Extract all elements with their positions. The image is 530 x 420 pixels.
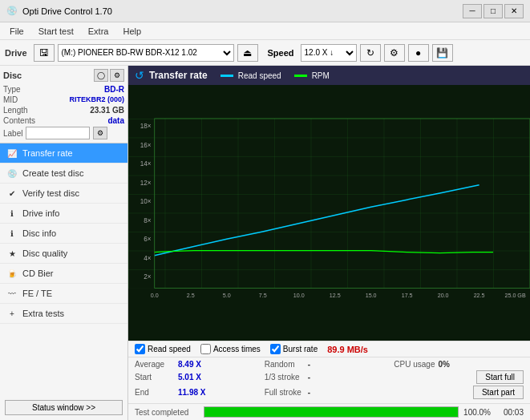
- menu-help[interactable]: Help: [116, 25, 148, 38]
- nav-verify-test-disc[interactable]: ✔ Verify test disc: [0, 184, 127, 204]
- random-value: -: [308, 360, 310, 369]
- refresh-button[interactable]: ↻: [360, 44, 381, 62]
- access-times-checkbox-label: Access times: [213, 345, 261, 353]
- svg-text:12×: 12×: [140, 180, 152, 187]
- title-bar: 💿 Opti Drive Control 1.70 ─ □ ✕: [0, 0, 530, 22]
- burst-rate-checkbox[interactable]: Burst rate: [270, 344, 318, 354]
- close-button[interactable]: ✕: [504, 4, 524, 18]
- progress-time: 00:03: [496, 408, 524, 417]
- fe-te-icon: 〰: [6, 288, 18, 299]
- maximize-button[interactable]: □: [483, 4, 503, 18]
- save-button[interactable]: 💾: [432, 44, 453, 62]
- start-stat-label: Start: [135, 373, 175, 382]
- cpu-usage-label: CPU usage: [394, 360, 435, 369]
- menu-extra[interactable]: Extra: [82, 25, 115, 38]
- stroke-1-3-label: 1/3 stroke: [265, 373, 305, 382]
- progress-bar: [204, 406, 459, 418]
- svg-text:15.0: 15.0: [366, 293, 377, 299]
- nav-fe-te-label: FE / TE: [22, 289, 52, 298]
- window-controls: ─ □ ✕: [463, 4, 524, 18]
- svg-text:10.0: 10.0: [293, 293, 305, 299]
- nav-create-test-disc[interactable]: 💿 Create test disc: [0, 164, 127, 184]
- svg-text:12.5: 12.5: [330, 293, 341, 299]
- nav-transfer-rate[interactable]: 📈 Transfer rate: [0, 143, 127, 164]
- label-label: Label: [3, 129, 22, 138]
- burst-rate-checkbox-label: Burst rate: [283, 345, 318, 353]
- nav-disc-info[interactable]: ℹ Disc info: [0, 224, 127, 244]
- chart-header: ↺ Transfer rate Read speed RPM: [128, 66, 530, 85]
- label-icon-btn[interactable]: ⚙: [93, 127, 107, 139]
- contents-label: Contents: [3, 116, 35, 125]
- menu-file[interactable]: File: [3, 25, 30, 38]
- type-value: BD-R: [104, 85, 124, 94]
- stats-bar: Average 8.49 X Random - CPU usage 0% Sta…: [128, 357, 530, 403]
- verify-disc-icon: ✔: [6, 188, 18, 199]
- label-input[interactable]: [26, 127, 90, 139]
- start-full-button[interactable]: Start full: [476, 370, 524, 384]
- svg-text:10×: 10×: [140, 198, 152, 205]
- nav-disc-quality-label: Disc quality: [22, 248, 67, 258]
- end-value: 11.98 X: [178, 388, 205, 397]
- menu-bar: File Start test Extra Help: [0, 22, 530, 40]
- contents-value: data: [107, 116, 124, 125]
- drive-select[interactable]: (M:) PIONEER BD-RW BDR-X12 1.02: [58, 44, 234, 62]
- speed-label: Speed: [268, 48, 294, 58]
- nav-disc-quality[interactable]: ★ Disc quality: [0, 244, 127, 264]
- disc-info-icon: ℹ: [6, 228, 18, 239]
- average-label: Average: [135, 360, 175, 369]
- cpu-usage-value: 0%: [438, 360, 449, 369]
- main-panel: ↺ Transfer rate Read speed RPM: [128, 66, 530, 420]
- disc-icon-btn2[interactable]: ⚙: [110, 69, 124, 82]
- config-button[interactable]: ⚙: [384, 44, 405, 62]
- nav-extra-tests[interactable]: + Extra tests: [0, 304, 127, 324]
- nav-disc-info-label: Disc info: [22, 228, 56, 238]
- start-stat-value: 5.01 X: [178, 373, 201, 382]
- status-window-button[interactable]: Status window >>: [5, 400, 123, 415]
- svg-text:16×: 16×: [140, 142, 152, 149]
- progress-percent: 100.0%: [463, 408, 491, 417]
- disc-icon-btn1[interactable]: ◯: [94, 69, 108, 82]
- progress-bar-fill: [204, 407, 458, 417]
- drive-info-icon: ℹ: [6, 208, 18, 219]
- start-part-button[interactable]: Start part: [473, 386, 524, 399]
- svg-text:4×: 4×: [144, 255, 152, 262]
- transfer-rate-chart: 18× 16× 14× 12× 10× 8× 6× 4× 2× 0.0 2.5 …: [128, 85, 530, 341]
- minimize-button[interactable]: ─: [463, 4, 482, 18]
- stroke-1-3-value: -: [308, 373, 310, 382]
- drive-icon-button[interactable]: 🖫: [34, 44, 55, 62]
- svg-text:14×: 14×: [140, 160, 152, 168]
- disc-section: Disc ◯ ⚙ Type BD-R MID RITEKBR2 (000) Le…: [0, 66, 127, 143]
- disc-quality-icon: ★: [6, 248, 18, 259]
- svg-text:17.5: 17.5: [402, 293, 413, 299]
- extra-tests-icon: +: [6, 308, 18, 319]
- chart-wrapper: 18× 16× 14× 12× 10× 8× 6× 4× 2× 0.0 2.5 …: [128, 85, 530, 341]
- nav-drive-info-label: Drive info: [22, 208, 59, 218]
- length-value: 23.31 GB: [90, 106, 124, 115]
- nav-menu: 📈 Transfer rate 💿 Create test disc ✔ Ver…: [0, 143, 127, 324]
- svg-rect-3: [128, 119, 530, 289]
- nav-cd-bier[interactable]: 🍺 CD Bier: [0, 264, 127, 284]
- nav-drive-info[interactable]: ℹ Drive info: [0, 204, 127, 224]
- svg-text:0.0: 0.0: [151, 293, 159, 299]
- nav-fe-te[interactable]: 〰 FE / TE: [0, 284, 127, 304]
- access-times-checkbox[interactable]: Access times: [200, 344, 261, 354]
- status-text: Test completed: [135, 408, 199, 417]
- svg-text:20.0: 20.0: [438, 293, 449, 299]
- svg-text:8×: 8×: [144, 217, 152, 224]
- eject-button[interactable]: ⏏: [237, 44, 258, 62]
- svg-text:18×: 18×: [140, 123, 152, 130]
- average-value: 8.49 X: [178, 360, 201, 369]
- transfer-rate-icon: 📈: [6, 147, 18, 159]
- app-title: Opti Drive Control 1.70: [22, 6, 112, 16]
- app-icon: 💿: [6, 6, 18, 16]
- disc-section-title: Disc: [3, 71, 22, 80]
- menu-start-test[interactable]: Start test: [32, 25, 80, 38]
- random-label: Random: [265, 360, 305, 369]
- read-speed-checkbox[interactable]: Read speed: [135, 344, 191, 354]
- svg-text:5.0: 5.0: [223, 293, 231, 299]
- nav-cd-bier-label: CD Bier: [22, 269, 54, 278]
- speed-select[interactable]: 12.0 X ↓: [301, 44, 357, 62]
- nav-transfer-rate-label: Transfer rate: [22, 148, 73, 158]
- burn-button[interactable]: ●: [408, 44, 429, 62]
- nav-extra-tests-label: Extra tests: [22, 309, 64, 318]
